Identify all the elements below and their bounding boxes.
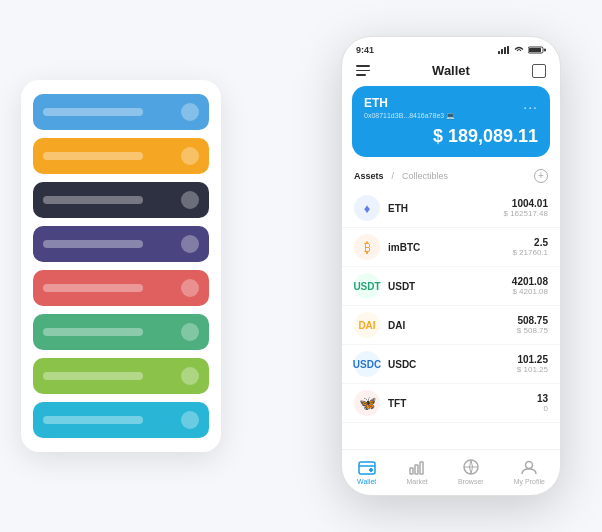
list-item[interactable] — [33, 138, 209, 174]
svg-rect-9 — [410, 468, 413, 474]
expand-icon[interactable] — [532, 64, 546, 78]
svg-rect-11 — [420, 462, 423, 474]
phone: 9:41 — [341, 36, 561, 496]
card-icon — [181, 103, 199, 121]
nav-wallet-label: Wallet — [357, 478, 376, 485]
left-panel — [21, 80, 221, 452]
card-icon — [181, 279, 199, 297]
card-label — [43, 240, 143, 248]
nav-wallet[interactable]: Wallet — [357, 458, 376, 485]
market-nav-icon — [408, 458, 426, 476]
asset-values-tft: 13 0 — [537, 393, 548, 413]
svg-rect-10 — [415, 465, 418, 474]
list-item[interactable] — [33, 94, 209, 130]
asset-name-imbtc: imBTC — [388, 242, 512, 253]
svg-point-8 — [369, 469, 372, 472]
nav-market[interactable]: Market — [406, 458, 427, 485]
table-row[interactable]: ₿ imBTC 2.5 $ 21760.1 — [342, 228, 560, 267]
list-item[interactable] — [33, 270, 209, 306]
tab-collectibles[interactable]: Collectibles — [402, 171, 448, 181]
wifi-icon — [513, 46, 525, 54]
asset-values-usdc: 101.25 $ 101.25 — [517, 354, 548, 374]
card-icon — [181, 411, 199, 429]
imbtc-icon: ₿ — [354, 234, 380, 260]
eth-card[interactable]: ETH 0x08711d3B...8416a78e3 💻 ... $ 189,0… — [352, 86, 550, 157]
svg-rect-5 — [529, 48, 541, 52]
table-row[interactable]: USDC USDC 101.25 $ 101.25 — [342, 345, 560, 384]
eth-card-menu[interactable]: ... — [523, 96, 538, 112]
eth-symbol: ETH — [364, 96, 455, 110]
nav-browser[interactable]: Browser — [458, 458, 484, 485]
hamburger-icon[interactable] — [356, 65, 370, 76]
hamburger-line — [356, 70, 370, 72]
asset-values-usdt: 4201.08 $ 4201.08 — [512, 276, 548, 296]
wallet-nav-icon — [358, 458, 376, 476]
asset-values-dai: 508.75 $ 508.75 — [517, 315, 548, 335]
asset-name-usdc: USDC — [388, 359, 517, 370]
eth-card-info: ETH 0x08711d3B...8416a78e3 💻 — [364, 96, 455, 120]
nav-profile[interactable]: My Profile — [514, 458, 545, 485]
usdc-icon: USDC — [354, 351, 380, 377]
page-title: Wallet — [432, 63, 470, 78]
card-label — [43, 328, 143, 336]
svg-rect-1 — [501, 49, 503, 54]
nav-profile-label: My Profile — [514, 478, 545, 485]
status-time: 9:41 — [356, 45, 374, 55]
usdt-icon: USDT — [354, 273, 380, 299]
phone-header: Wallet — [342, 59, 560, 86]
nav-market-label: Market — [406, 478, 427, 485]
list-item[interactable] — [33, 314, 209, 350]
card-label — [43, 196, 143, 204]
asset-name-dai: DAI — [388, 320, 517, 331]
card-icon — [181, 235, 199, 253]
svg-rect-0 — [498, 51, 500, 54]
card-label — [43, 152, 143, 160]
hamburger-line — [356, 74, 366, 76]
list-item[interactable] — [33, 182, 209, 218]
bottom-nav: Wallet Market — [342, 449, 560, 495]
table-row[interactable]: ♦ ETH 1004.01 $ 162517.48 — [342, 189, 560, 228]
table-row[interactable]: USDT USDT 4201.08 $ 4201.08 — [342, 267, 560, 306]
card-label — [43, 372, 143, 380]
svg-point-14 — [526, 462, 533, 469]
asset-values-eth: 1004.01 $ 162517.48 — [504, 198, 549, 218]
card-icon — [181, 323, 199, 341]
svg-rect-2 — [504, 47, 506, 54]
scene: 9:41 — [11, 11, 591, 521]
asset-values-imbtc: 2.5 $ 21760.1 — [512, 237, 548, 257]
status-icons — [498, 46, 546, 54]
profile-nav-icon — [520, 458, 538, 476]
eth-balance: $ 189,089.11 — [364, 126, 538, 147]
asset-name-eth: ETH — [388, 203, 504, 214]
browser-nav-icon — [462, 458, 480, 476]
dai-icon: DAI — [354, 312, 380, 338]
assets-tabs: Assets / Collectibles — [354, 171, 448, 181]
battery-icon — [528, 46, 546, 54]
table-row[interactable]: 🦋 TFT 13 0 — [342, 384, 560, 423]
card-label — [43, 416, 143, 424]
svg-rect-7 — [359, 462, 375, 474]
nav-browser-label: Browser — [458, 478, 484, 485]
svg-rect-6 — [544, 49, 546, 52]
tab-assets[interactable]: Assets — [354, 171, 384, 181]
card-label — [43, 284, 143, 292]
hamburger-line — [356, 65, 370, 67]
card-icon — [181, 191, 199, 209]
asset-name-usdt: USDT — [388, 281, 512, 292]
asset-name-tft: TFT — [388, 398, 537, 409]
signal-icon — [498, 46, 510, 54]
eth-address: 0x08711d3B...8416a78e3 💻 — [364, 112, 455, 120]
list-item[interactable] — [33, 226, 209, 262]
asset-list: ♦ ETH 1004.01 $ 162517.48 ₿ imBTC 2.5 $ … — [342, 189, 560, 449]
eth-card-top: ETH 0x08711d3B...8416a78e3 💻 ... — [364, 96, 538, 120]
list-item[interactable] — [33, 402, 209, 438]
status-bar: 9:41 — [342, 37, 560, 59]
card-icon — [181, 367, 199, 385]
list-item[interactable] — [33, 358, 209, 394]
card-label — [43, 108, 143, 116]
svg-rect-3 — [507, 46, 509, 54]
eth-icon: ♦ — [354, 195, 380, 221]
table-row[interactable]: DAI DAI 508.75 $ 508.75 — [342, 306, 560, 345]
assets-header: Assets / Collectibles + — [342, 165, 560, 189]
add-asset-button[interactable]: + — [534, 169, 548, 183]
